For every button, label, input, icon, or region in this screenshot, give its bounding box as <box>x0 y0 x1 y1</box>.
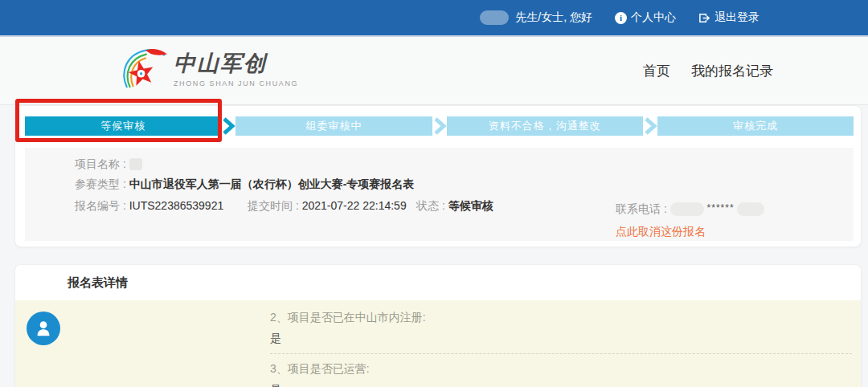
personal-center-link[interactable]: i 个人中心 <box>615 10 676 25</box>
cancel-registration-link[interactable]: 点此取消这份报名 <box>616 225 764 239</box>
logo-text: 中山军创 ZHONG SHAN JUN CHUANG <box>174 49 298 88</box>
entry-type-row: 参赛类型 : 中山市退役军人第一届（农行杯）创业大赛-专项赛报名表 <box>75 177 842 191</box>
logo: 中山军创 ZHONG SHAN JUN CHUANG <box>119 45 298 92</box>
form-details-body: 2、项目是否已在中山市内注册: 是 3、项目是否已运营: 是 <box>15 300 861 387</box>
project-name-label: 项目名称 : <box>75 157 126 170</box>
redacted-phone-prefix <box>670 202 704 216</box>
question-answer: 是 <box>270 332 852 344</box>
logo-title: 中山军创 <box>174 49 298 78</box>
question-label: 3、项目是否已运营: <box>270 362 852 375</box>
topbar: 先生/女士, 您好 i 个人中心 退出登录 <box>0 0 868 37</box>
personal-center-label: 个人中心 <box>631 10 676 25</box>
status-value: 等候审核 <box>448 199 493 212</box>
step-committee-reviewing: 组委审核中 <box>235 116 432 136</box>
status-cell: 状态 : 等候审核 <box>416 199 616 239</box>
entry-type-value: 中山市退役军人第一届（农行杯）创业大赛-专项赛报名表 <box>129 177 415 190</box>
phone-row: 联系电话 : ****** <box>616 202 764 217</box>
question-label: 2、项目是否已在中山市内注册: <box>270 311 852 324</box>
form-details-title: 报名表详情 <box>15 265 861 300</box>
phone-masked: ****** <box>707 202 735 214</box>
question-list: 2、项目是否已在中山市内注册: 是 3、项目是否已运营: 是 <box>270 300 852 387</box>
logout-label: 退出登录 <box>714 10 760 25</box>
phone-label: 联系电话 : <box>616 202 667 215</box>
logo-subtitle: ZHONG SHAN JUN CHUANG <box>174 79 298 88</box>
question-answer: 是 <box>270 383 852 387</box>
logo-star-icon <box>119 45 169 92</box>
redacted-phone-suffix <box>737 202 764 216</box>
form-details-panel: 报名表详情 2、项目是否已在中山市内注册: 是 3、项目是否已运营: 是 <box>14 264 862 387</box>
step-review-complete: 审核完成 <box>657 116 854 136</box>
chevron-right-icon <box>221 116 235 136</box>
submit-time-cell: 提交时间 : 2021-07-22 22:14:59 <box>248 199 416 239</box>
user-greeting: 先生/女士, 您好 <box>480 10 592 25</box>
reg-no-value: IUTS22386539921 <box>129 199 224 212</box>
chevron-right-icon <box>432 116 447 136</box>
step-materials-rectify: 资料不合格，沟通整改 <box>447 116 643 136</box>
site-header: 中山军创 ZHONG SHAN JUN CHUANG 首页 我的报名记录 <box>0 37 868 105</box>
reg-no-cell: 报名编号 : IUTS22386539921 <box>75 199 248 239</box>
red-annotation-box <box>15 99 222 142</box>
chevron-right-icon <box>643 116 657 136</box>
redacted-username <box>480 10 509 25</box>
registration-details: 项目名称 : 参赛类型 : 中山市退役军人第一届（农行杯）创业大赛-专项赛报名表… <box>25 148 854 241</box>
status-label: 状态 : <box>416 199 445 212</box>
info-icon: i <box>615 12 627 24</box>
project-name-row: 项目名称 : <box>75 157 842 171</box>
phone-and-cancel: 联系电话 : ****** 点此取消这份报名 <box>616 202 764 239</box>
nav-item-home[interactable]: 首页 <box>643 62 670 80</box>
logout-link[interactable]: 退出登录 <box>698 10 760 25</box>
main-nav: 首页 我的报名记录 <box>643 37 773 105</box>
submit-time-label: 提交时间 : <box>248 199 299 212</box>
redacted-project-name <box>129 158 142 170</box>
greeting-text: 先生/女士, 您好 <box>515 10 592 25</box>
entry-type-label: 参赛类型 : <box>75 177 126 190</box>
logout-icon <box>698 12 710 24</box>
dashed-divider <box>270 353 852 354</box>
nav-item-my-records[interactable]: 我的报名记录 <box>691 62 773 80</box>
person-icon <box>33 318 54 339</box>
reg-no-label: 报名编号 : <box>75 199 126 212</box>
registration-meta-row: 报名编号 : IUTS22386539921 提交时间 : 2021-07-22… <box>75 199 842 239</box>
submit-time-value: 2021-07-22 22:14:59 <box>302 199 407 212</box>
applicant-avatar <box>27 312 60 345</box>
